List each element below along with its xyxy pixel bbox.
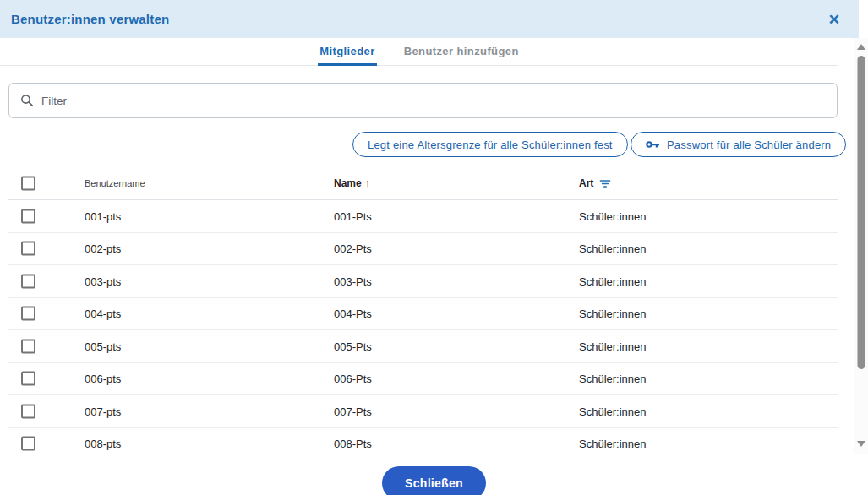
column-header-art: Art xyxy=(579,177,611,189)
table-row: 001-pts 001-Pts Schüler:innen xyxy=(8,200,838,233)
dialog-footer: Schließen xyxy=(0,454,868,495)
row-name: 004-Pts xyxy=(334,307,372,320)
select-all-checkbox[interactable] xyxy=(21,177,35,191)
tab-mitglieder[interactable]: Mitglieder xyxy=(318,38,376,66)
row-checkbox[interactable] xyxy=(21,307,35,321)
row-username: 005-pts xyxy=(85,340,121,352)
row-checkbox[interactable] xyxy=(21,404,35,418)
column-header-name-label: Name xyxy=(334,177,362,189)
user-table: 001-pts 001-Pts Schüler:innen 002-pts 00… xyxy=(8,200,838,460)
row-username: 001-pts xyxy=(85,209,121,222)
age-limit-button[interactable]: Legt eine Altersgrenze für alle Schüler:… xyxy=(352,132,628,157)
column-header-name[interactable]: Name ↑ xyxy=(334,177,370,189)
row-username: 003-pts xyxy=(85,275,121,287)
row-username: 002-pts xyxy=(85,242,121,255)
row-username: 004-pts xyxy=(85,307,121,320)
table-row: 007-pts 007-Pts Schüler:innen xyxy=(8,395,838,428)
page-title: Benutzer:innen verwalten xyxy=(11,12,169,26)
row-name: 007-Pts xyxy=(334,405,372,417)
close-icon[interactable]: ✕ xyxy=(828,12,840,26)
tab-bar: Mitglieder Benutzer hinzufügen xyxy=(0,38,838,66)
table-row: 002-pts 002-Pts Schüler:innen xyxy=(8,233,838,266)
row-name: 008-Pts xyxy=(334,438,372,450)
table-row: 005-pts 005-Pts Schüler:innen xyxy=(8,330,838,363)
row-name: 006-Pts xyxy=(334,373,372,385)
scrollbar-thumb[interactable] xyxy=(858,56,865,369)
scroll-up-icon[interactable] xyxy=(857,44,865,50)
tab-benutzer-hinzufuegen[interactable]: Benutzer hinzufügen xyxy=(402,38,521,66)
row-username: 007-pts xyxy=(85,405,121,417)
row-name: 003-Pts xyxy=(334,275,372,287)
row-type: Schüler:innen xyxy=(579,307,647,320)
sort-asc-icon: ↑ xyxy=(365,177,370,189)
filter-icon[interactable] xyxy=(599,179,611,188)
filter-input[interactable] xyxy=(41,95,826,107)
row-name: 001-Pts xyxy=(334,209,372,222)
row-checkbox[interactable] xyxy=(21,437,35,451)
close-dialog-button[interactable]: Schließen xyxy=(382,466,486,495)
manage-users-dialog: Benutzer:innen verwalten ✕ Mitglieder Be… xyxy=(0,0,868,495)
row-checkbox[interactable] xyxy=(21,372,35,386)
row-type: Schüler:innen xyxy=(579,242,647,255)
change-password-button-label: Passwort für alle Schüler ändern xyxy=(667,139,831,151)
column-header-art-label: Art xyxy=(579,177,593,189)
row-checkbox[interactable] xyxy=(21,209,35,223)
key-icon xyxy=(646,139,660,150)
row-type: Schüler:innen xyxy=(579,340,647,352)
row-checkbox[interactable] xyxy=(21,339,35,353)
filter-box xyxy=(8,83,838,118)
row-type: Schüler:innen xyxy=(579,438,647,450)
table-row: 004-pts 004-Pts Schüler:innen xyxy=(8,298,838,331)
search-icon xyxy=(20,94,34,107)
age-limit-button-label: Legt eine Altersgrenze für alle Schüler:… xyxy=(368,139,613,151)
scroll-down-icon[interactable] xyxy=(857,441,865,447)
row-type: Schüler:innen xyxy=(579,209,647,222)
table-row: 003-pts 003-Pts Schüler:innen xyxy=(8,265,838,298)
row-type: Schüler:innen xyxy=(579,275,647,287)
dialog-header: Benutzer:innen verwalten ✕ xyxy=(0,0,859,38)
column-header-benutzername: Benutzername xyxy=(85,178,145,188)
row-name: 002-Pts xyxy=(334,242,372,255)
row-type: Schüler:innen xyxy=(579,405,647,417)
row-checkbox[interactable] xyxy=(21,274,35,288)
row-checkbox[interactable] xyxy=(21,242,35,256)
row-username: 006-pts xyxy=(85,373,121,385)
row-type: Schüler:innen xyxy=(579,373,647,385)
change-password-button[interactable]: Passwort für alle Schüler ändern xyxy=(631,132,846,157)
row-name: 005-Pts xyxy=(334,340,372,352)
table-header-row: Benutzername Name ↑ Art xyxy=(8,167,838,200)
table-row: 006-pts 006-Pts Schüler:innen xyxy=(8,363,838,396)
row-username: 008-pts xyxy=(85,438,121,450)
vertical-scrollbar[interactable] xyxy=(854,38,868,454)
